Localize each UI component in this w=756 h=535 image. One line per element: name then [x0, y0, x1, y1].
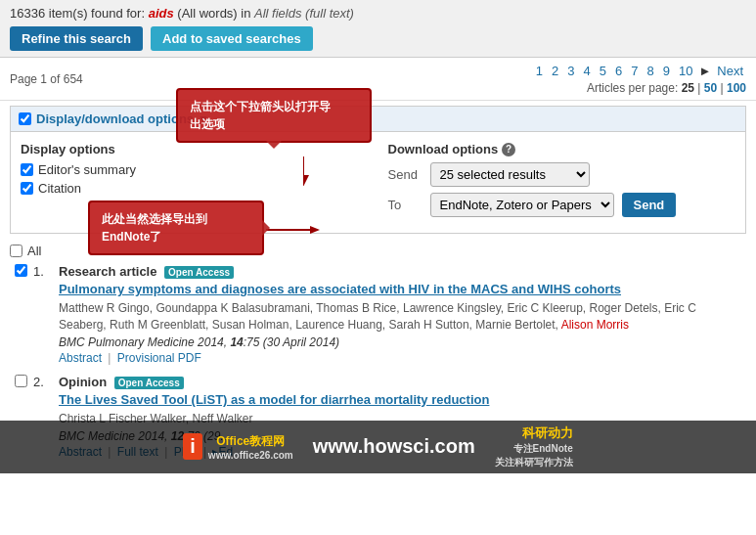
dd-header-label: Display/download options [36, 111, 194, 126]
query-qualifier: (All words) [177, 6, 237, 21]
highlighted-author: Alison Morris [561, 318, 629, 332]
item-number: 2. [33, 375, 53, 389]
to-label: To [388, 198, 422, 212]
page-info: Page 1 of 654 [10, 72, 83, 86]
download-options-title: Download options ? [388, 142, 736, 156]
articles-per-page: Articles per page: 25 | 50 | 100 [587, 81, 746, 95]
search-query: aids [149, 6, 174, 21]
page-link-1[interactable]: 1 [533, 63, 546, 79]
article-type: Research article [59, 264, 156, 279]
citation-option[interactable]: Citation [21, 181, 369, 196]
page-link-4[interactable]: 4 [581, 63, 594, 79]
brand2-url: www.office26.com [208, 450, 293, 461]
brand1-name: 科研动力 [522, 424, 573, 442]
annotation-tooltip-2: 此处当然选择导出到EndNote了 [88, 201, 264, 255]
display-options-title: Display options [21, 142, 369, 156]
refine-search-button[interactable]: Refine this search [10, 26, 143, 51]
page-link-7[interactable]: 7 [628, 63, 641, 79]
send-label: Send [388, 167, 422, 182]
to-select[interactable]: EndNote, Zotero or Papers BibTeX RefWork… [430, 193, 614, 217]
brand2-name: Office教程网 [208, 433, 293, 450]
citation-checkbox[interactable] [21, 182, 33, 195]
per-page-50[interactable]: 50 [704, 81, 717, 95]
send-button[interactable]: Send [622, 193, 677, 217]
all-label: All [27, 244, 41, 258]
select-all-checkbox[interactable] [10, 245, 22, 257]
page-link-10[interactable]: 10 [676, 63, 695, 79]
result-1-checkbox[interactable] [15, 264, 27, 277]
page-link-6[interactable]: 6 [612, 63, 625, 79]
to-row: To EndNote, Zotero or Papers BibTeX RefW… [388, 193, 736, 217]
send-row: Send 25 selected results All results on … [388, 162, 736, 187]
article-title[interactable]: Pulmonary symptoms and diagnoses are ass… [59, 281, 746, 298]
search-header: 16336 item(s) found for: aids (All words… [10, 6, 746, 21]
item-header: 1. Research article Open Access Pulmonar… [15, 264, 746, 365]
item-content: Research article Open Access Pulmonary s… [59, 264, 746, 365]
page-link-3[interactable]: 3 [564, 63, 577, 79]
editors-summary-checkbox[interactable] [21, 163, 33, 176]
result-2-checkbox[interactable] [15, 375, 27, 387]
list-item: 1. Research article Open Access Pulmonar… [10, 264, 746, 365]
download-options-panel: Download options ? Send 25 selected resu… [388, 142, 736, 223]
page-nav-bar: Page 1 of 654 1 2 3 4 5 6 7 8 9 10 ► Nex… [0, 58, 756, 101]
pagination: 1 2 3 4 5 6 7 8 9 10 ► Next [533, 63, 746, 79]
annotation-tooltip-1: 点击这个下拉箭头以打开导 出选项 [176, 88, 372, 143]
article-authors: Matthew R Gingo, Goundappa K Balasubrama… [59, 300, 746, 334]
page-link-9[interactable]: 9 [660, 63, 673, 79]
abstract-link[interactable]: Abstract [59, 351, 102, 365]
right-nav: 1 2 3 4 5 6 7 8 9 10 ► Next Articles per… [533, 63, 746, 95]
article-links: Abstract | Provisional PDF [59, 351, 746, 365]
next-page-link[interactable]: Next [714, 63, 746, 79]
provisional-pdf-link[interactable]: Provisional PDF [117, 351, 201, 365]
dd-header[interactable]: Display/download options ▼ [11, 107, 745, 132]
page-link-2[interactable]: 2 [549, 63, 561, 79]
watermark: i Office教程网 www.office26.com www.howsci.… [0, 421, 756, 473]
search-field: All fields (full text) [254, 6, 354, 21]
open-access-badge: Open Access [164, 266, 234, 279]
article-title[interactable]: The Lives Saved Tool (LiST) as a model f… [59, 391, 746, 409]
watermark-main-url: www.howsci.com [313, 435, 475, 458]
dd-toggle-checkbox[interactable] [19, 112, 31, 125]
item-number: 1. [33, 264, 53, 279]
open-access-badge: Open Access [114, 377, 184, 389]
result-count: 16336 item(s) found for: [10, 6, 145, 21]
watermark-logo: i [183, 433, 202, 460]
per-page-100[interactable]: 100 [727, 81, 746, 95]
send-select[interactable]: 25 selected results All results on this … [430, 162, 590, 187]
page-link-8[interactable]: 8 [644, 63, 656, 79]
add-saved-searches-button[interactable]: Add to saved searches [151, 26, 313, 51]
brand1-sub: 专注EndNote 关注科研写作方法 [495, 442, 573, 469]
editors-summary-option[interactable]: Editor's summary [21, 162, 369, 177]
current-per-page: 25 [682, 81, 694, 95]
article-type: Opinion [59, 375, 107, 389]
page-link-5[interactable]: 5 [597, 63, 609, 79]
article-journal: BMC Pulmonary Medicine 2014, 14:75 (30 A… [59, 335, 746, 349]
info-icon: ? [502, 143, 515, 156]
